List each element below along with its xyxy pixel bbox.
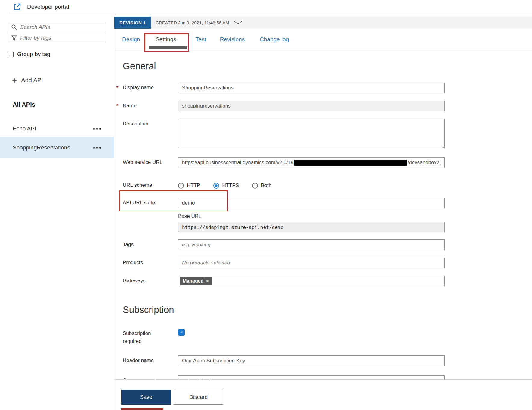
radio-circle[interactable]: [252, 183, 258, 189]
tab-bar: Design Settings Test Revisions Change lo…: [114, 29, 532, 50]
base-url-label: Base URL: [178, 213, 532, 219]
subscription-heading: Subscription: [123, 305, 532, 315]
api-sidebar: Group by tag + Add API All APIs Echo API…: [0, 14, 114, 410]
more-options-icon[interactable]: [93, 147, 101, 149]
external-link-icon[interactable]: [13, 3, 21, 11]
display-name-label: Display name: [123, 85, 154, 90]
active-tab-underline: [149, 46, 187, 49]
radio-http[interactable]: HTTP: [178, 183, 200, 189]
subscription-required-row: Subscription required ✓: [123, 327, 532, 345]
url-scheme-row: URL scheme HTTP HTTPS Both: [123, 180, 532, 191]
gateways-field[interactable]: Managed ×: [178, 276, 445, 286]
settings-form: General * Display name * Name: [114, 50, 532, 386]
products-label: Products: [123, 258, 178, 266]
tab-design[interactable]: Design: [122, 36, 140, 43]
web-service-url-label: Web service URL: [123, 157, 178, 165]
subscription-required-label: Subscription required: [123, 327, 178, 345]
api-url-suffix-label: API URL suffix: [123, 198, 178, 206]
plus-icon: +: [12, 77, 17, 83]
radio-both[interactable]: Both: [252, 183, 271, 189]
tab-settings[interactable]: Settings: [156, 36, 176, 43]
more-options-icon[interactable]: [93, 128, 101, 130]
group-by-tag-checkbox[interactable]: [8, 52, 14, 57]
required-asterisk: *: [116, 85, 118, 91]
description-row: Description: [123, 119, 532, 149]
group-by-tag-toggle[interactable]: Group by tag: [8, 51, 114, 58]
subscription-required-checkbox[interactable]: ✓: [178, 329, 185, 336]
tab-test[interactable]: Test: [196, 36, 206, 43]
search-icon: [11, 24, 17, 30]
gateway-chip-managed: Managed ×: [180, 277, 212, 285]
description-textarea[interactable]: [178, 119, 445, 148]
chip-remove-icon[interactable]: ×: [206, 279, 209, 283]
revision-bar: REVISION 1 CREATED Jun 9, 2021, 11:48:56…: [114, 17, 532, 29]
products-input[interactable]: [178, 258, 445, 268]
tab-revisions[interactable]: Revisions: [220, 36, 245, 43]
required-asterisk: *: [116, 103, 118, 109]
apim-settings-page: Developer portal Group by tag: [0, 0, 532, 410]
radio-circle[interactable]: [213, 183, 219, 189]
check-icon: ✓: [180, 330, 184, 335]
sidebar-item-echo-api[interactable]: Echo API: [0, 120, 114, 137]
url-scheme-label: URL scheme: [123, 180, 178, 188]
api-url-suffix-row: API URL suffix: [123, 198, 532, 208]
gateways-label: Gateways: [123, 276, 178, 284]
search-apis-input[interactable]: [20, 24, 103, 30]
discard-button[interactable]: Discard: [174, 390, 223, 405]
revision-created[interactable]: CREATED Jun 9, 2021, 11:48:56 AM: [151, 17, 532, 29]
base-url-block: Base URL https://sdapimgt.azure-api.net/…: [178, 213, 532, 232]
name-label: Name: [123, 103, 136, 108]
api-list: Echo API ShoppingReservations: [0, 120, 114, 158]
developer-portal-link[interactable]: Developer portal: [27, 4, 69, 10]
topbar: Developer portal: [0, 0, 532, 14]
tags-label: Tags: [123, 239, 178, 248]
name-row: * Name: [123, 101, 532, 111]
save-button[interactable]: Save: [121, 390, 171, 405]
tags-input[interactable]: [178, 239, 445, 250]
revision-badge: REVISION 1: [114, 17, 151, 29]
form-footer: Save Discard: [114, 379, 532, 410]
api-url-suffix-input[interactable]: [178, 198, 445, 208]
group-by-tag-label: Group by tag: [17, 51, 50, 58]
radio-circle[interactable]: [178, 183, 184, 189]
all-apis-heading: All APIs: [13, 101, 114, 108]
display-name-input[interactable]: [178, 83, 445, 93]
red-annotation-fragment: [121, 408, 163, 410]
web-service-url-input[interactable]: https://api.businesscentral.dynamics.com…: [178, 157, 445, 168]
web-service-url-row: Web service URL https://api.businesscent…: [123, 157, 532, 168]
description-label: Description: [123, 119, 178, 127]
name-input: [178, 101, 445, 111]
header-name-row: Header name: [123, 355, 532, 366]
tags-row: Tags: [123, 239, 532, 250]
filter-tags-input[interactable]: [20, 35, 103, 41]
general-heading: General: [123, 61, 532, 72]
radio-https[interactable]: HTTPS: [213, 183, 239, 189]
sidebar-item-shoppingreservations[interactable]: ShoppingReservations: [0, 137, 114, 158]
base-url-field: https://sdapimgt.azure-api.net/demo: [178, 222, 445, 232]
filter-funnel-icon: [11, 35, 17, 41]
filter-tags-box: [8, 33, 106, 43]
display-name-row: * Display name: [123, 83, 532, 93]
main-content: REVISION 1 CREATED Jun 9, 2021, 11:48:56…: [114, 14, 532, 410]
tab-changelog[interactable]: Change log: [260, 36, 289, 43]
header-name-label: Header name: [123, 355, 178, 364]
add-api-button[interactable]: + Add API: [12, 77, 114, 84]
redaction-bar: [294, 160, 407, 166]
gateways-row: Gateways Managed ×: [123, 276, 532, 286]
chevron-down-icon[interactable]: [234, 20, 243, 25]
products-row: Products: [123, 258, 532, 268]
header-name-input[interactable]: [178, 355, 445, 366]
search-apis-box: [8, 22, 106, 32]
